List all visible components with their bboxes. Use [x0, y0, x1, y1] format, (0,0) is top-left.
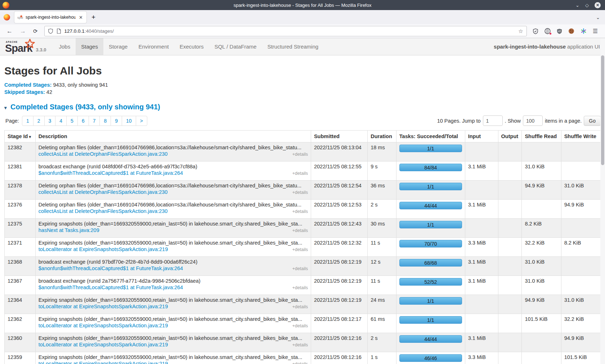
page-button-6[interactable]: 6 — [77, 116, 89, 126]
stage-detail-link[interactable]: toLocalIterator at ExpireSnapshotsSparkA… — [39, 246, 168, 252]
column-header-shuffle-write[interactable]: Shuffle Write — [561, 131, 600, 142]
list-tabs-chevron-icon[interactable]: ⌄ — [596, 15, 600, 20]
stage-detail-link[interactable]: $anonfun$withThreadLocalCaptured$1 at Fu… — [39, 170, 183, 176]
input-cell — [465, 181, 498, 200]
nav-tab-executors[interactable]: Executors — [174, 38, 209, 55]
skipped-stages-link[interactable]: Skipped Stages: — [4, 89, 45, 95]
stage-id-cell: 12360 — [5, 333, 36, 352]
stage-detail-link[interactable]: $anonfun$withThreadLocalCaptured$1 at Fu… — [39, 285, 183, 290]
go-button[interactable]: Go — [584, 116, 601, 126]
stage-detail-link[interactable]: collectAsList at DeleteOrphanFilesSparkA… — [39, 189, 168, 195]
url-path: :4040/stages/ — [85, 28, 114, 34]
details-toggle[interactable]: +details — [292, 152, 308, 157]
page-button-7[interactable]: 7 — [89, 116, 100, 126]
ublock-shield-icon[interactable]: uO — [557, 28, 562, 34]
details-toggle[interactable]: +details — [292, 228, 308, 233]
back-button[interactable]: ← — [3, 28, 16, 35]
menu-icon[interactable]: ☰ — [593, 28, 598, 35]
column-header-duration[interactable]: Duration — [368, 131, 396, 142]
page-button-10[interactable]: 10 — [122, 116, 136, 126]
details-toggle[interactable]: +details — [292, 190, 308, 195]
firefox-pin-icon[interactable] — [4, 14, 10, 21]
stage-detail-link[interactable]: hasNext at Tasks.java:209 — [39, 227, 99, 233]
page-button-3[interactable]: 3 — [44, 116, 56, 126]
bookmark-star-icon[interactable]: ☆ — [518, 28, 523, 35]
details-toggle[interactable]: +details — [292, 304, 308, 309]
page-button-4[interactable]: 4 — [55, 116, 67, 126]
url-text[interactable]: 127.0.0.1:4040/stages/ — [64, 28, 114, 34]
reload-button[interactable]: ⟳ — [30, 28, 41, 35]
browser-tab[interactable]: spar spark-ingest-into-lakehous ✕ — [14, 12, 86, 23]
completed-stages-link[interactable]: Completed Stages: — [4, 82, 51, 88]
column-header-tasks-succeeded-total[interactable]: Tasks: Succeeded/Total — [396, 131, 465, 142]
stage-detail-link[interactable]: collectAsList at DeleteOrphanFilesSparkA… — [39, 151, 168, 157]
nav-tab-stages[interactable]: Stages — [76, 38, 103, 55]
column-header-input[interactable]: Input — [465, 131, 498, 142]
details-toggle[interactable]: +details — [292, 342, 308, 347]
details-toggle[interactable]: +details — [292, 171, 308, 176]
page-scrollbar[interactable] — [600, 38, 605, 364]
column-header-shuffle-read[interactable]: Shuffle Read — [522, 131, 561, 142]
next-page-button[interactable]: > — [136, 116, 147, 126]
page-button-2[interactable]: 2 — [33, 116, 45, 126]
site-info-icon[interactable] — [57, 28, 61, 34]
cookie-icon[interactable] — [568, 28, 574, 34]
account-avatar-icon[interactable] — [544, 28, 551, 34]
forward-button[interactable]: → — [16, 28, 30, 35]
page-button-9[interactable]: 9 — [111, 116, 122, 126]
column-header-submitted[interactable]: Submitted — [311, 131, 367, 142]
column-header-output[interactable]: Output — [498, 131, 522, 142]
details-toggle[interactable]: +details — [292, 247, 308, 252]
page-button-5[interactable]: 5 — [66, 116, 78, 126]
tasks-progress-cell: 1/1 — [396, 295, 465, 314]
jump-to-page-input[interactable] — [483, 115, 503, 126]
duration-cell: 24 ms — [368, 295, 396, 314]
column-header-description[interactable]: Description — [35, 131, 311, 142]
stage-detail-link[interactable]: collectAsList at DeleteOrphanFilesSparkA… — [39, 208, 168, 214]
description-cell: broadcast exchange (runId 97bdf70e-2f28-… — [35, 257, 311, 276]
page-button-8[interactable]: 8 — [99, 116, 111, 126]
extension-shield-check-icon[interactable] — [533, 28, 538, 34]
stage-detail-link[interactable]: toLocalIterator at ExpireSnapshotsSparkA… — [39, 323, 168, 328]
stage-detail-link[interactable]: toLocalIterator at ExpireSnapshotsSparkA… — [39, 304, 168, 309]
details-toggle[interactable]: +details — [292, 361, 308, 364]
duration-cell: 2 s — [368, 200, 396, 219]
details-toggle[interactable]: +details — [292, 209, 308, 214]
tasks-progress-cell: 70/70 — [396, 238, 465, 257]
items-per-page-input[interactable] — [523, 115, 543, 126]
stage-detail-link[interactable]: $anonfun$withThreadLocalCaptured$1 at Fu… — [39, 265, 183, 271]
nav-tab-structured-streaming[interactable]: Structured Streaming — [262, 38, 324, 55]
nav-tab-storage[interactable]: Storage — [103, 38, 133, 55]
application-name-suffix: application UI — [567, 44, 600, 50]
submitted-cell: 2022/11/25 08:12:17 — [311, 314, 367, 333]
spark-logo[interactable]: APACHE Spark 3.3.0 — [0, 38, 49, 55]
completed-stages-section-toggle[interactable]: ▾ Completed Stages (9433, only showing 9… — [4, 103, 601, 111]
nav-tab-sql-dataframe[interactable]: SQL / DataFrame — [209, 38, 262, 55]
shield-permissions-icon[interactable] — [48, 28, 53, 34]
details-toggle[interactable]: +details — [292, 323, 308, 328]
close-window-icon[interactable]: ✕ — [595, 2, 601, 8]
details-toggle[interactable]: +details — [292, 285, 308, 290]
stage-id-cell: 12364 — [5, 295, 36, 314]
url-bar[interactable]: 127.0.0.1:4040/stages/ ☆ — [44, 26, 527, 36]
output-cell — [498, 295, 522, 314]
maximize-icon[interactable]: ◇ — [585, 3, 589, 8]
output-cell — [498, 238, 522, 257]
shuffle-write-cell: 101.5 KiB — [561, 352, 600, 364]
column-header-stage-id[interactable]: Stage Id ▾ — [5, 131, 36, 142]
navigation-toolbar: ← → ⟳ 127.0.0.1:4040/stages/ ☆ uO ☰ — [0, 24, 605, 38]
stage-detail-link[interactable]: toLocalIterator at ExpireSnapshotsSparkA… — [39, 361, 168, 364]
nav-tab-environment[interactable]: Environment — [133, 38, 174, 55]
shuffle-write-cell: 94.9 KiB — [561, 200, 600, 219]
page-button-1[interactable]: 1 — [22, 116, 33, 126]
scrollbar-thumb[interactable] — [601, 55, 604, 165]
stage-row-12368: 12368broadcast exchange (runId 97bdf70e-… — [5, 257, 601, 276]
stage-detail-link[interactable]: toLocalIterator at ExpireSnapshotsSparkA… — [39, 342, 168, 347]
details-toggle[interactable]: +details — [292, 266, 308, 271]
submitted-cell: 2022/11/25 08:12:53 — [311, 200, 367, 219]
tab-close-icon[interactable]: ✕ — [78, 15, 84, 20]
colorful-asterisk-icon[interactable] — [581, 28, 587, 34]
new-tab-button[interactable]: + — [91, 13, 95, 21]
nav-tab-jobs[interactable]: Jobs — [54, 38, 76, 55]
minimize-icon[interactable]: ⌄ — [575, 3, 579, 8]
